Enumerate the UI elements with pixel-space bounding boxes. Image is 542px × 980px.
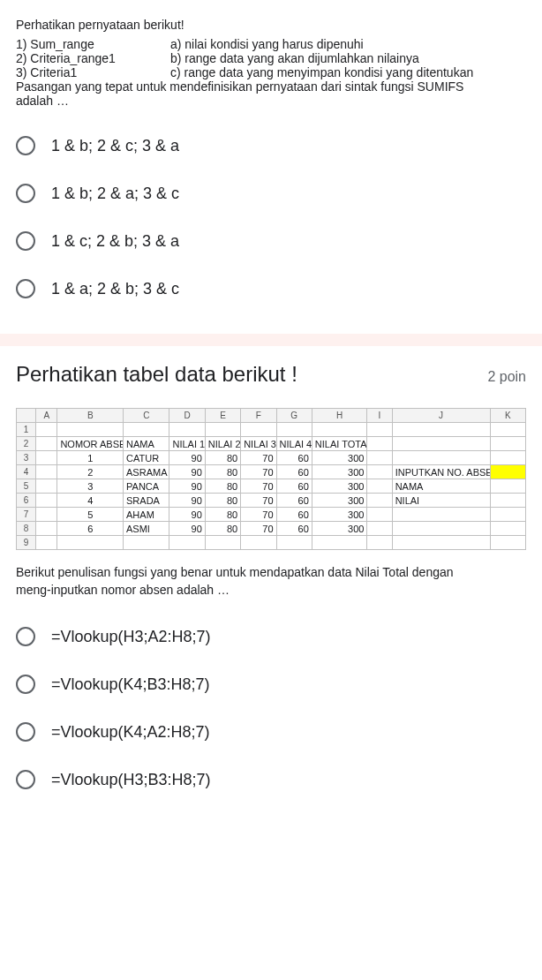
q1-option-1[interactable]: 1 & b; 2 & c; 3 & a [16,136,526,155]
q2-desc: Berikut penulisan fungsi yang benar untu… [16,564,526,599]
q2-option-2-label: =Vlookup(K4;B3:H8;7) [51,675,210,694]
q1-option-3[interactable]: 1 & c; 2 & b; 3 & a [16,231,526,251]
q2-option-1-label: =Vlookup(H3;A2:H8;7) [51,628,211,646]
radio-icon[interactable] [16,627,35,646]
radio-icon[interactable] [16,770,35,789]
q1-tail-line2: adalah … [16,94,526,108]
hdr-nilai-total: NILAI TOTAL [312,437,367,451]
q1-option-2-label: 1 & b; 2 & a; 3 & c [51,185,179,203]
col-B: B [57,409,124,423]
col-J: J [392,409,490,423]
q2-options: =Vlookup(H3;A2:H8;7) =Vlookup(K4;B3:H8;7… [16,627,526,789]
hdr-nama: NAMA [124,437,169,451]
col-I: I [367,409,392,423]
hdr-nilai4: NILAI 4 [276,437,312,451]
radio-icon[interactable] [16,136,35,155]
col-D: D [169,409,205,423]
q1-pair-1: 1) Sum_range a) nilai kondisi yang harus… [16,37,526,51]
q1-pair-3: 3) Criteria1 c) range data yang menyimpa… [16,65,526,79]
side-input-label: INPUTKAN NO. ABSEN [392,465,490,479]
q2-title: Perhatikan tabel data berikut ! [16,362,297,387]
col-F: F [241,409,276,423]
sheet-row-5: 5 3 PANCA 90 80 70 60 300 NAMA [17,479,526,494]
side-nama-label: NAMA [392,479,490,494]
q1-option-4[interactable]: 1 & a; 2 & b; 3 & c [16,279,526,298]
col-G: G [276,409,312,423]
section-separator [0,334,542,346]
sheet-row-7: 7 5 AHAM 90 80 70 60 300 [17,508,526,522]
sheet-row-6: 6 4 SRADA 90 80 70 60 300 NILAI [17,494,526,508]
q1-options: 1 & b; 2 & c; 3 & a 1 & b; 2 & a; 3 & c … [16,136,526,298]
sheet-row-9: 9 [17,536,526,550]
spreadsheet-table: A B C D E F G H I J K 1 2 NOMOR ABSEN NA… [16,408,526,550]
q2-option-4[interactable]: =Vlookup(H3;B3:H8;7) [16,770,526,789]
q2-option-4-label: =Vlookup(H3;B3:H8;7) [51,771,211,789]
q2-option-3[interactable]: =Vlookup(K4;A2:H8;7) [16,722,526,742]
sheet-row-4: 4 2 ASRAMA 90 80 70 60 300 INPUTKAN NO. … [17,465,526,479]
side-nilai-label: NILAI [392,494,490,508]
q2-option-2[interactable]: =Vlookup(K4;B3:H8;7) [16,675,526,694]
radio-icon[interactable] [16,675,35,694]
sheet-row-8: 8 6 ASMI 90 80 70 60 300 [17,522,526,536]
q1-intro: Perhatikan pernyataan berikut! [16,16,526,34]
q2-title-row: Perhatikan tabel data berikut ! 2 poin [16,362,526,387]
side-input-cell[interactable] [490,465,525,479]
hdr-nilai3: NILAI 3 [241,437,276,451]
question-1: Perhatikan pernyataan berikut! 1) Sum_ra… [0,0,542,334]
q1-tail-line1: Pasangan yang tepat untuk mendefinisikan… [16,79,526,94]
q1-option-2[interactable]: 1 & b; 2 & a; 3 & c [16,184,526,203]
col-K: K [490,409,525,423]
col-E: E [205,409,240,423]
hdr-nilai2: NILAI 2 [205,437,240,451]
q1-pair-2: 2) Criteria_range1 b) range data yang ak… [16,51,526,65]
question-2: Perhatikan tabel data berikut ! 2 poin [0,346,542,825]
col-header-row: A B C D E F G H I J K [17,409,526,423]
col-A: A [36,409,57,423]
sheet-row-1: 1 [17,423,526,437]
radio-icon[interactable] [16,722,35,742]
sheet-row-3: 3 1 CATUR 90 80 70 60 300 [17,451,526,465]
radio-icon[interactable] [16,279,35,298]
radio-icon[interactable] [16,231,35,251]
q2-option-1[interactable]: =Vlookup(H3;A2:H8;7) [16,627,526,646]
q1-option-1-label: 1 & b; 2 & c; 3 & a [51,137,179,155]
q2-points: 2 poin [487,369,526,385]
q1-option-3-label: 1 & c; 2 & b; 3 & a [51,232,179,251]
q2-option-3-label: =Vlookup(K4;A2:H8;7) [51,723,210,742]
hdr-nilai1: NILAI 1 [169,437,205,451]
radio-icon[interactable] [16,184,35,203]
hdr-nomor-absen: NOMOR ABSEN [57,437,124,451]
spreadsheet: A B C D E F G H I J K 1 2 NOMOR ABSEN NA… [16,408,526,559]
q1-option-4-label: 1 & a; 2 & b; 3 & c [51,280,179,298]
sheet-row-2: 2 NOMOR ABSEN NAMA NILAI 1 NILAI 2 NILAI… [17,437,526,451]
col-C: C [124,409,169,423]
col-H: H [312,409,367,423]
